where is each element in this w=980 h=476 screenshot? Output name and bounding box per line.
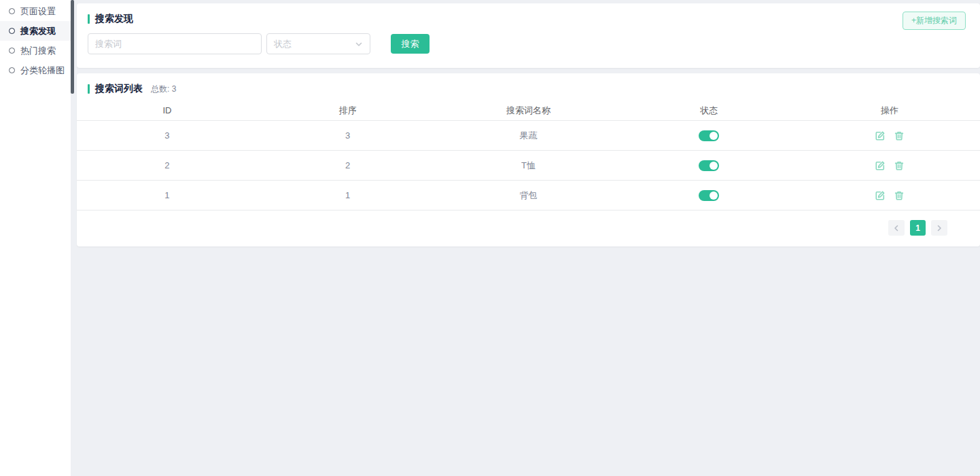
list-panel-title: 搜索词列表 总数: 3 (77, 83, 980, 95)
pagination-page-1[interactable]: 1 (910, 220, 926, 236)
list-panel-title-text: 搜索词列表 (95, 83, 143, 95)
cell-status (618, 181, 799, 210)
table-header-row: ID 排序 搜索词名称 状态 操作 (77, 100, 980, 121)
table-row: 1 1 背包 (77, 181, 980, 210)
column-header-sort: 排序 (258, 100, 438, 121)
cell-actions (799, 181, 980, 210)
column-header-id: ID (77, 100, 258, 121)
sidebar-item-hot-search[interactable]: 热门搜索 (0, 41, 71, 60)
cell-sort: 3 (258, 121, 438, 151)
search-word-list-panel: 搜索词列表 总数: 3 ID 排序 搜索词名称 状态 操作 3 3 果蔬 (77, 73, 980, 246)
cell-name: T恤 (438, 151, 619, 181)
sidebar: 页面设置 搜索发现 热门搜索 分类轮播图 (0, 0, 71, 476)
status-select-placeholder: 状态 (274, 38, 292, 50)
cell-sort: 2 (258, 151, 438, 181)
edit-icon[interactable] (875, 161, 885, 170)
pagination-next-button[interactable] (931, 220, 947, 236)
chevron-right-icon (936, 225, 943, 232)
radio-circle-icon (9, 67, 15, 73)
main-content: 搜索发现 状态 搜索 +新增搜索词 搜索词列表 总数: 3 ID 排序 搜索词名… (74, 0, 980, 476)
cell-name: 背包 (438, 181, 619, 210)
search-word-table: ID 排序 搜索词名称 状态 操作 3 3 果蔬 (77, 100, 980, 210)
search-panel-title: 搜索发现 (88, 13, 969, 25)
search-form: 状态 搜索 (88, 33, 969, 54)
cell-status (618, 121, 799, 151)
title-accent-bar (88, 84, 90, 94)
cell-actions (799, 151, 980, 181)
column-header-name: 搜索词名称 (438, 100, 619, 121)
sidebar-scrollbar-thumb[interactable] (71, 0, 74, 94)
search-panel: 搜索发现 状态 搜索 +新增搜索词 (77, 3, 980, 68)
search-panel-title-text: 搜索发现 (95, 13, 133, 25)
cell-id: 1 (77, 181, 258, 210)
cell-actions (799, 121, 980, 151)
cell-id: 3 (77, 121, 258, 151)
total-count-label: 总数: 3 (151, 84, 176, 95)
pagination-prev-button[interactable] (888, 220, 905, 236)
chevron-left-icon (893, 225, 900, 232)
search-button[interactable]: 搜索 (391, 34, 430, 54)
delete-icon[interactable] (894, 191, 904, 200)
title-accent-bar (88, 14, 90, 24)
sidebar-item-label: 页面设置 (20, 5, 56, 18)
sidebar-item-search-discovery[interactable]: 搜索发现 (0, 21, 71, 41)
table-row: 2 2 T恤 (77, 151, 980, 181)
cell-id: 2 (77, 151, 258, 181)
status-toggle[interactable] (699, 190, 719, 201)
delete-icon[interactable] (894, 131, 904, 141)
column-header-actions: 操作 (799, 100, 980, 121)
cell-status (618, 151, 799, 181)
sidebar-scrollbar-track[interactable] (71, 0, 74, 476)
radio-circle-icon (9, 28, 15, 34)
cell-sort: 1 (258, 181, 438, 210)
sidebar-item-label: 分类轮播图 (20, 65, 65, 77)
radio-circle-icon (9, 8, 15, 14)
sidebar-item-page-settings[interactable]: 页面设置 (0, 1, 71, 21)
sidebar-item-label: 搜索发现 (20, 25, 56, 37)
status-toggle[interactable] (699, 130, 719, 141)
chevron-down-icon (355, 40, 363, 48)
status-select[interactable]: 状态 (266, 33, 370, 54)
delete-icon[interactable] (894, 161, 904, 170)
table-row: 3 3 果蔬 (77, 121, 980, 151)
pagination: 1 (77, 210, 980, 246)
edit-icon[interactable] (875, 131, 885, 141)
cell-name: 果蔬 (438, 121, 619, 151)
status-toggle[interactable] (699, 160, 719, 171)
keyword-input[interactable] (88, 33, 262, 54)
sidebar-item-label: 热门搜索 (20, 45, 56, 57)
radio-circle-icon (9, 48, 15, 54)
edit-icon[interactable] (875, 191, 885, 200)
column-header-status: 状态 (618, 100, 799, 121)
sidebar-item-category-carousel[interactable]: 分类轮播图 (0, 60, 71, 80)
add-search-word-button[interactable]: +新增搜索词 (903, 12, 966, 30)
